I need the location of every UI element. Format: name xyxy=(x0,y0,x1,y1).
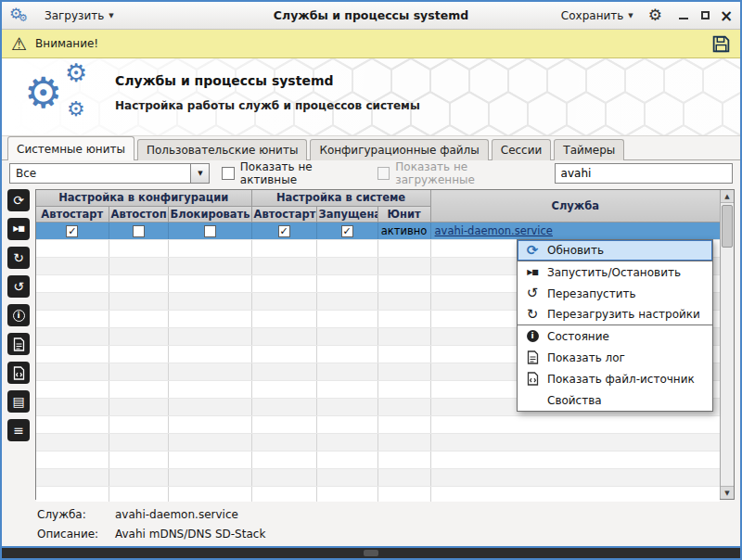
scroll-up-button[interactable]: ▲ xyxy=(721,190,734,203)
maximize-icon xyxy=(701,11,710,19)
menu-item-properties[interactable]: Свойства xyxy=(518,389,712,411)
show-inactive-checkbox-group: Показать не активные xyxy=(222,160,365,186)
menu-item-status[interactable]: i Состояние xyxy=(518,325,712,347)
menu-item-label: Свойства xyxy=(547,394,602,407)
checkbox-unchecked[interactable] xyxy=(133,225,145,237)
unit-state-text: активно xyxy=(381,224,428,237)
status-button[interactable]: i xyxy=(7,304,30,326)
tab-system-units[interactable]: Системные юниты xyxy=(7,136,134,160)
show-log-button[interactable] xyxy=(7,333,30,355)
cell-autostart-config: ✓ xyxy=(36,222,109,239)
scroll-down-button[interactable]: ▼ xyxy=(721,486,734,499)
save-changes-button[interactable] xyxy=(711,34,731,54)
menu-item-show-log[interactable]: Показать лог xyxy=(518,347,712,368)
column-header-service: Служба xyxy=(430,190,720,222)
service-label: Служба: xyxy=(37,508,115,521)
menu-item-label: Перезагрузить настройки xyxy=(547,308,700,321)
properties-button[interactable]: ▤ xyxy=(7,390,30,413)
refresh-button[interactable]: ⟳ xyxy=(7,189,30,211)
floppy-save-icon xyxy=(711,34,731,54)
table-row[interactable] xyxy=(36,433,720,451)
checkbox-checked[interactable]: ✓ xyxy=(278,225,290,237)
cell-block xyxy=(168,222,251,239)
units-table-header: Настройка в конфигурации Настройка в сис… xyxy=(36,190,720,222)
side-toolbar: ⟳ ▶■ ↻ ↺ i ▤ ≡ xyxy=(7,189,30,500)
filter-dropdown[interactable]: Все ▼ xyxy=(9,163,210,184)
menu-item-restart[interactable]: ↺ Перезапустить xyxy=(518,283,712,304)
checkbox-checked[interactable]: ✓ xyxy=(341,225,353,237)
restart-icon: ↻ xyxy=(13,251,24,264)
minimize-icon xyxy=(679,18,688,19)
cell-unit-state: активно xyxy=(377,222,430,239)
checkbox-checked[interactable]: ✓ xyxy=(66,225,78,237)
list-units-button[interactable]: ≡ xyxy=(7,419,30,441)
description-label: Описание: xyxy=(37,528,115,541)
settings-gear-button[interactable]: ⚙ xyxy=(648,7,662,23)
show-source-button[interactable] xyxy=(7,362,30,384)
taskbar-item[interactable] xyxy=(364,550,378,556)
menu-item-reload-config[interactable]: ↻ Перезагрузить настройки xyxy=(518,304,712,325)
scroll-up-icon: ▲ xyxy=(724,193,729,200)
cell-autostart-system: ✓ xyxy=(251,222,316,239)
filter-dropdown-value: Все xyxy=(10,164,190,183)
table-row[interactable] xyxy=(36,415,720,433)
titlebar-left: ⚙ ⚙ Загрузить ▼ xyxy=(9,6,274,26)
menu-item-show-source[interactable]: Показать файл-источник xyxy=(518,368,712,389)
cell-service: avahi-daemon.service xyxy=(430,222,720,239)
start-stop-icon: ▶■ xyxy=(13,225,24,233)
titlebar-right: Сохранить ▼ ⚙ × xyxy=(468,6,733,25)
restart-button[interactable]: ↻ xyxy=(7,247,30,269)
table-row[interactable] xyxy=(36,468,720,486)
menu-item-label: Обновить xyxy=(547,244,604,257)
start-stop-button[interactable]: ▶■ xyxy=(7,218,30,240)
reload-config-icon: ↺ xyxy=(13,280,24,293)
save-menu-button[interactable]: Сохранить ▼ xyxy=(556,6,639,25)
reload-config-button[interactable]: ↺ xyxy=(7,275,30,298)
checkbox-unchecked[interactable] xyxy=(204,225,216,237)
search-input[interactable] xyxy=(555,163,733,184)
tab-timers[interactable]: Таймеры xyxy=(554,139,624,160)
scrollbar-thumb[interactable] xyxy=(722,205,733,248)
page-subtitle: Настройка работы служб и процессов систе… xyxy=(115,99,420,112)
scroll-down-icon: ▼ xyxy=(724,490,729,497)
refresh-icon: ⟳ xyxy=(524,244,541,258)
menu-item-refresh[interactable]: ⟳ Обновить xyxy=(518,240,712,261)
gear-icon: ⚙ xyxy=(19,12,28,24)
tab-config-files[interactable]: Конфигурационные файлы xyxy=(310,139,488,160)
column-header-autostart-system: Автостарт xyxy=(251,206,316,222)
page-title: Службы и процессы systemd xyxy=(115,73,420,88)
application-window: ⚙ ⚙ Загрузить ▼ Службы и процессы system… xyxy=(0,0,742,560)
warning-bar: ⚠ Внимание! xyxy=(2,30,740,58)
service-value: avahi-daemon.service xyxy=(115,508,238,521)
restart-icon: ↺ xyxy=(524,286,541,300)
status-info-icon: i xyxy=(13,310,25,322)
titlebar: ⚙ ⚙ Загрузить ▼ Службы и процессы system… xyxy=(2,2,740,30)
column-header-unit: Юнит xyxy=(377,206,430,222)
reload-config-icon: ↻ xyxy=(524,308,541,322)
close-button[interactable]: × xyxy=(720,9,733,22)
source-file-icon xyxy=(524,372,541,386)
cell-running: ✓ xyxy=(316,222,377,239)
source-file-icon xyxy=(13,366,25,380)
status-description-row: Описание: Avahi mDNS/DNS SD-Stack xyxy=(37,528,740,541)
context-menu: ⟳ Обновить ▶■ Запустить/Остановить ↺ Пер… xyxy=(517,239,713,412)
menu-item-start-stop[interactable]: ▶■ Запустить/Остановить xyxy=(518,261,712,283)
gear-icon: ⚙ xyxy=(65,58,87,87)
show-inactive-checkbox[interactable] xyxy=(222,167,234,180)
tab-sessions[interactable]: Сессии xyxy=(492,139,552,160)
maximize-button[interactable] xyxy=(698,9,711,22)
save-menu-label: Сохранить xyxy=(561,9,624,22)
window-controls: × xyxy=(677,9,733,22)
menu-item-label: Состояние xyxy=(547,330,609,343)
refresh-icon: ⟳ xyxy=(13,194,24,207)
filter-bar: Все ▼ Показать не активные Показать не з… xyxy=(2,160,740,186)
chevron-down-icon: ▼ xyxy=(628,12,633,19)
chevron-down-icon[interactable]: ▼ xyxy=(190,164,209,183)
table-row-selected[interactable]: ✓ ✓ ✓ активно avahi-daemon.service xyxy=(36,222,720,239)
vertical-scrollbar[interactable]: ▲ ▼ xyxy=(720,190,734,499)
service-name-link[interactable]: avahi-daemon.service xyxy=(435,224,553,237)
minimize-button[interactable] xyxy=(677,9,690,22)
table-row[interactable] xyxy=(36,451,720,468)
load-menu-button[interactable]: Загрузить ▼ xyxy=(39,6,120,25)
tab-user-units[interactable]: Пользовательские юниты xyxy=(137,139,307,160)
